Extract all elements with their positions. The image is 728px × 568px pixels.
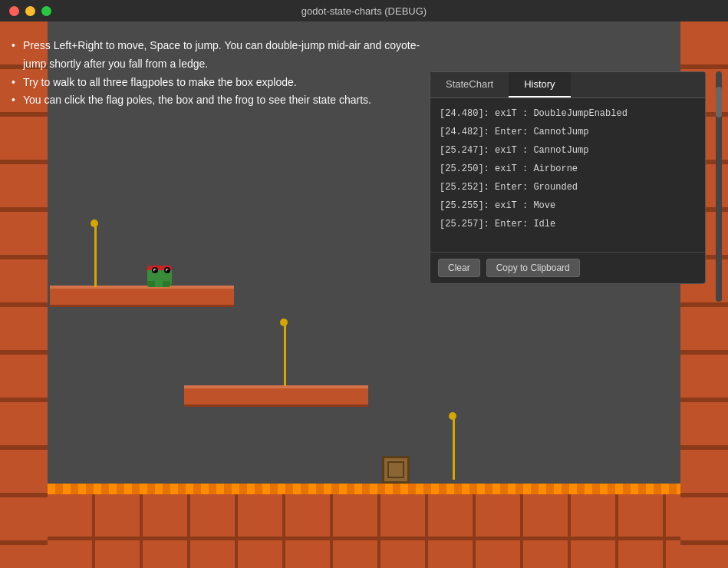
frog-eye-right (164, 267, 170, 273)
frog-leg-right (163, 281, 170, 287)
scrollbar-thumb[interactable] (716, 87, 722, 117)
window-title: godot-state-charts (DEBUG) (301, 5, 427, 17)
flag-pole-3[interactable] (453, 418, 455, 480)
frog-character[interactable] (146, 259, 173, 287)
instruction-item: Press Left+Right to move, Space to jump.… (15, 37, 430, 74)
title-bar: godot-state-charts (DEBUG) (0, 0, 728, 21)
log-entry: [25.250]: exiT : Airborne (440, 160, 696, 178)
platform-middle[interactable] (184, 385, 368, 407)
window-controls[interactable] (9, 6, 51, 16)
crate[interactable] (382, 456, 410, 484)
frog-eyes (152, 267, 170, 273)
tab-statechart[interactable]: StateChart (430, 72, 509, 97)
platform-top[interactable] (50, 286, 234, 307)
log-entry: [24.482]: Enter: CannotJump (440, 123, 696, 141)
instruction-item: You can click the flag poles, the box an… (15, 91, 430, 110)
log-entry: [25.255]: exiT : Move (440, 196, 696, 215)
log-entry: [24.480]: exiT : DoubleJumpEnabled (440, 104, 696, 123)
log-entry: [25.247]: exiT : CannotJump (440, 141, 696, 160)
flag-pole-1[interactable] (94, 226, 97, 287)
tab-history[interactable]: History (509, 72, 570, 97)
close-button[interactable] (9, 6, 19, 16)
flag-ball-2 (280, 319, 288, 326)
instructions-panel: Press Left+Right to move, Space to jump.… (15, 37, 430, 110)
flag-pole-2[interactable] (284, 325, 286, 386)
minimize-button[interactable] (25, 6, 35, 16)
ground-bottom (48, 484, 680, 568)
instruction-item: Try to walk to all three flagpoles to ma… (15, 74, 430, 92)
scrollbar-right[interactable] (716, 71, 722, 302)
copy-clipboard-button[interactable]: Copy to Clipboard (486, 259, 580, 277)
log-entry: [25.257]: Enter: Idle (440, 215, 696, 233)
panel-tabs: StateChart History (430, 72, 705, 98)
lava-layer (48, 484, 680, 494)
frog-eye-left (152, 267, 158, 273)
panel-footer: Clear Copy to Clipboard (430, 252, 705, 283)
ground-bricks (48, 494, 680, 568)
frog-leg-left (147, 281, 155, 287)
statechart-panel: StateChart History [24.480]: exiT : Doub… (430, 71, 706, 284)
flag-ball-1 (91, 220, 98, 227)
panel-log[interactable]: [24.480]: exiT : DoubleJumpEnabled[24.48… (430, 98, 705, 252)
clear-button[interactable]: Clear (438, 259, 480, 277)
flag-ball-3 (449, 412, 456, 420)
log-entry: [25.252]: Enter: Grounded (440, 178, 696, 196)
maximize-button[interactable] (41, 6, 51, 16)
game-area: Press Left+Right to move, Space to jump.… (0, 21, 728, 568)
